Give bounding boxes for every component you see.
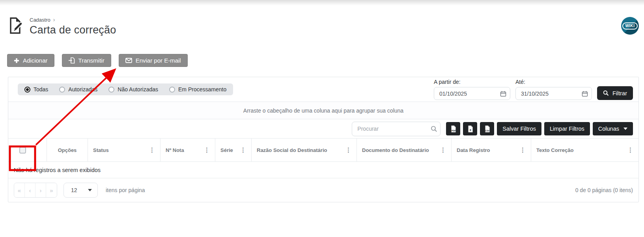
date-to-label: Até: <box>515 79 592 85</box>
transmit-button[interactable]: Transmitir <box>62 54 111 67</box>
grid-header-row: Opções Status ⋮ Nº Nota ⋮ Série ⋮ Razão … <box>8 139 638 162</box>
next-page-button[interactable]: › <box>35 183 46 197</box>
column-header-status[interactable]: Status ⋮ <box>88 139 161 161</box>
records-panel: Todas Autorizadas Não Autorizadas Em Pro… <box>8 77 639 202</box>
pagination-bar: « ‹ › » 12 itens por página 0 de 0 págin… <box>8 178 638 202</box>
plus-icon <box>14 58 19 63</box>
export-excel-button[interactable]: X <box>463 122 477 135</box>
breadcrumb-separator-icon: › <box>53 17 55 23</box>
date-from-field: A partir de: <box>434 79 510 100</box>
column-menu-icon[interactable]: ⋮ <box>517 146 526 154</box>
page-size-label: itens por página <box>106 187 145 193</box>
page-size-value: 12 <box>71 187 77 193</box>
page-header: Cadastro › Carta de correção <box>7 17 116 36</box>
pagination-nav: « ‹ › » <box>14 183 57 198</box>
date-filter-cluster: A partir de: Até: <box>434 79 633 100</box>
search-icon <box>603 90 609 96</box>
chevron-down-icon <box>88 189 92 191</box>
export-pdf-button[interactable]: PDF <box>446 122 460 135</box>
svg-text:CSV: CSV <box>485 130 489 132</box>
column-header-data-registro[interactable]: Data Registro ⋮ <box>452 139 531 161</box>
calendar-icon <box>582 91 588 97</box>
search-input[interactable] <box>352 126 427 132</box>
breadcrumb: Cadastro › <box>30 17 116 23</box>
save-filters-button[interactable]: Salvar Filtros <box>497 122 541 135</box>
column-menu-icon[interactable]: ⋮ <box>146 146 155 154</box>
status-filter-todas[interactable]: Todas <box>24 86 48 93</box>
column-menu-icon[interactable]: ⋮ <box>437 146 446 154</box>
group-drop-zone[interactable]: Arraste o cabeçalho de uma coluna aqui p… <box>8 102 638 119</box>
grid-toolbar: PDF X CSV Salvar Filtros Limpar Filtros … <box>8 119 638 139</box>
column-header-razao-social[interactable]: Razão Social do Destinatário ⋮ <box>252 139 357 161</box>
first-page-button[interactable]: « <box>14 183 25 197</box>
filter-row: Todas Autorizadas Não Autorizadas Em Pro… <box>8 77 638 102</box>
status-filter-group: Todas Autorizadas Não Autorizadas Em Pro… <box>18 83 233 95</box>
status-filter-em-processamento[interactable]: Em Processamento <box>169 86 226 93</box>
breadcrumb-item-cadastro[interactable]: Cadastro <box>30 17 50 23</box>
radio-icon[interactable] <box>169 87 175 93</box>
radio-icon[interactable] <box>24 87 30 93</box>
wiki-badge-label: WIKI <box>622 22 637 30</box>
date-from-input[interactable] <box>434 91 497 97</box>
date-to-field: Até: <box>515 79 592 100</box>
column-menu-icon[interactable]: ⋮ <box>201 146 210 154</box>
group-hint-text: Arraste o cabeçalho de uma coluna aqui p… <box>243 107 403 114</box>
document-edit-icon <box>7 17 24 35</box>
csv-file-icon: CSV <box>484 125 491 133</box>
radio-icon[interactable] <box>108 87 114 93</box>
clear-filters-button[interactable]: Limpar Filtros <box>544 122 590 135</box>
add-button[interactable]: Adicionar <box>7 54 54 67</box>
top-navbar-shadow <box>0 0 644 6</box>
send-email-button[interactable]: Enviar por E-mail <box>119 54 188 67</box>
column-menu-icon[interactable]: ⋮ <box>237 146 246 154</box>
column-menu-icon[interactable]: ⋮ <box>624 146 633 154</box>
empty-state-row: Não há registros a serem exibidos <box>8 162 638 178</box>
search-button[interactable] <box>427 122 440 136</box>
svg-text:X: X <box>469 128 471 131</box>
chevron-down-icon <box>623 128 627 130</box>
column-header-opcoes[interactable]: Opções <box>47 139 88 161</box>
date-from-label: A partir de: <box>434 79 510 85</box>
select-all-checkbox[interactable] <box>19 147 26 154</box>
column-menu-icon[interactable]: ⋮ <box>342 146 351 154</box>
pagination-summary: 0 de 0 páginas (0 itens) <box>575 187 633 193</box>
status-filter-autorizadas[interactable]: Autorizadas <box>59 86 97 93</box>
page-size-select[interactable]: 12 <box>63 183 98 198</box>
last-page-button[interactable]: » <box>46 183 57 197</box>
export-csv-button[interactable]: CSV <box>480 122 494 135</box>
action-buttons: Adicionar Transmitir Enviar por E-mail <box>7 54 188 67</box>
filter-button[interactable]: Filtrar <box>597 86 633 100</box>
grid-header-select-all <box>8 139 47 161</box>
search-box <box>352 122 441 136</box>
date-to-calendar-button[interactable] <box>578 87 592 100</box>
date-from-calendar-button[interactable] <box>497 87 510 100</box>
radio-icon[interactable] <box>59 87 65 93</box>
column-header-serie[interactable]: Série ⋮ <box>215 139 252 161</box>
excel-file-icon: X <box>467 125 474 133</box>
send-file-icon <box>69 57 75 64</box>
calendar-icon <box>500 91 506 97</box>
page-title: Carta de correção <box>30 24 116 36</box>
prev-page-button[interactable]: ‹ <box>25 183 35 197</box>
status-filter-nao-autorizadas[interactable]: Não Autorizadas <box>108 86 158 93</box>
pdf-file-icon: PDF <box>450 125 457 133</box>
column-header-numero-nota[interactable]: Nº Nota ⋮ <box>161 139 215 161</box>
search-icon <box>431 126 437 132</box>
date-to-input[interactable] <box>516 91 578 97</box>
svg-text:PDF: PDF <box>452 130 456 132</box>
column-header-documento[interactable]: Documento do Destinatário ⋮ <box>357 139 452 161</box>
columns-dropdown-button[interactable]: Colunas <box>593 122 633 135</box>
column-header-texto-correcao[interactable]: Texto Correção ⋮ <box>531 139 638 161</box>
empty-state-message: Não há registros a serem exibidos <box>14 167 101 173</box>
wiki-badge[interactable]: WIKI <box>621 17 639 35</box>
envelope-icon <box>125 58 132 63</box>
